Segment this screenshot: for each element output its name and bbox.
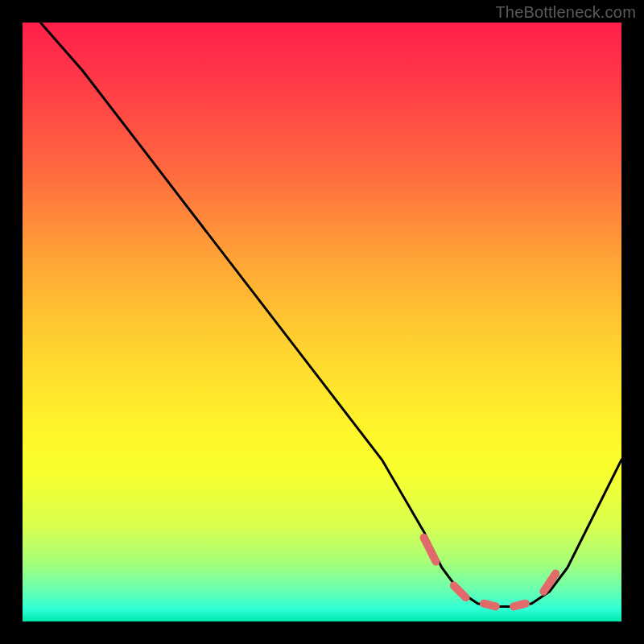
curve-layer (23, 23, 621, 621)
watermark-text: TheBottleneck.com (495, 3, 636, 22)
svg-line-3 (514, 604, 526, 607)
optimal-dashes (424, 538, 556, 607)
svg-line-2 (484, 604, 496, 607)
svg-line-1 (454, 585, 466, 597)
svg-line-0 (424, 538, 436, 562)
chart-frame: TheBottleneck.com (0, 0, 644, 644)
plot-area (23, 23, 621, 621)
bottleneck-curve (23, 23, 621, 606)
svg-line-4 (543, 574, 555, 592)
